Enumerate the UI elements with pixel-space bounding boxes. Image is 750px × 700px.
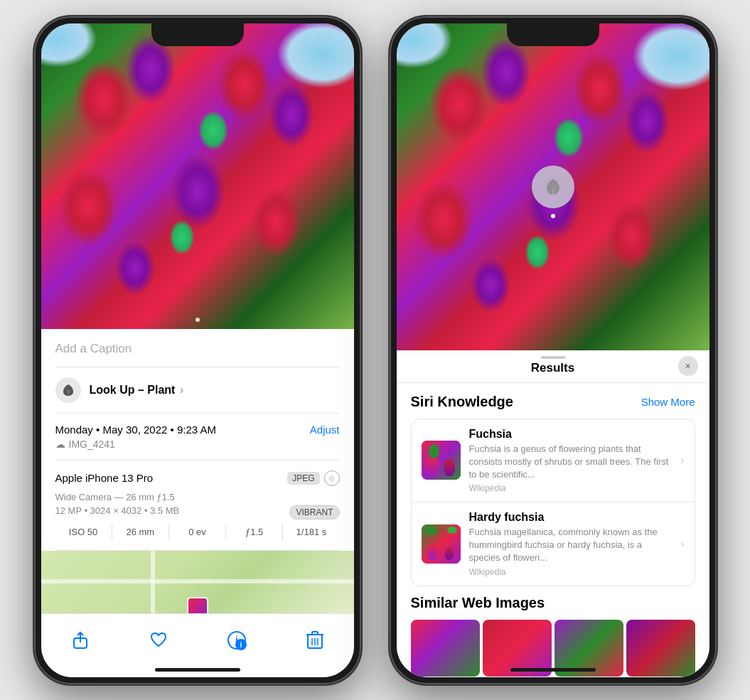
delete-button[interactable] <box>301 626 329 655</box>
fuchsia-text: Fuchsia Fuchsia is a genus of flowering … <box>469 428 673 494</box>
phones-container: Add a Caption Look Up – Plant › <box>20 2 731 699</box>
leaf-icon <box>61 383 75 397</box>
camera-model-row: Apple iPhone 13 Pro JPEG ◎ <box>55 470 340 486</box>
cloud-icon: ☁ <box>55 438 65 450</box>
fuchsia-description: Fuchsia is a genus of flowering plants t… <box>469 443 673 482</box>
leaf-badge-icon <box>542 176 564 198</box>
lookup-icon-circle <box>55 377 81 403</box>
meta-section: Monday • May 30, 2022 • 9:23 AM Adjust ☁… <box>55 414 340 461</box>
camera-section: Apple iPhone 13 Pro JPEG ◎ Wide Camera —… <box>55 461 340 551</box>
adjust-button[interactable]: Adjust <box>310 424 340 436</box>
format-badge: JPEG <box>287 472 319 485</box>
similar-title: Similar Web Images <box>411 595 695 611</box>
flowers-overlay <box>41 23 354 329</box>
trash-icon <box>306 631 323 650</box>
hardy-source: Wikipedia <box>469 567 673 577</box>
siri-knowledge-title: Siri Knowledge <box>411 394 513 410</box>
photo-background <box>41 23 354 329</box>
map-preview[interactable] <box>41 551 354 622</box>
meta-date-row: Monday • May 30, 2022 • 9:23 AM Adjust <box>55 424 340 436</box>
svg-text:i: i <box>240 641 242 649</box>
caption-area[interactable]: Add a Caption <box>55 329 340 367</box>
fuchsia-source: Wikipedia <box>469 483 673 493</box>
hardy-description: Fuchsia magellanica, commonly known as t… <box>469 526 673 565</box>
photo-date: Monday • May 30, 2022 • 9:23 AM <box>55 424 216 436</box>
camera-badges: JPEG ◎ <box>287 470 339 486</box>
caption-placeholder[interactable]: Add a Caption <box>55 342 132 355</box>
results-content: Siri Knowledge Show More <box>397 383 709 677</box>
knowledge-card: Fuchsia Fuchsia is a genus of flowering … <box>411 419 695 586</box>
info-icon: i i <box>227 630 247 650</box>
drag-handle[interactable] <box>540 356 565 359</box>
close-icon: × <box>685 360 690 372</box>
map-road-v <box>151 551 155 622</box>
similar-image-1[interactable] <box>411 620 480 677</box>
knowledge-item-fuchsia[interactable]: Fuchsia Fuchsia is a genus of flowering … <box>412 419 695 503</box>
info-panel: Add a Caption Look Up – Plant › <box>41 329 354 622</box>
results-header: Results × <box>397 350 709 383</box>
phone-1-screen: Add a Caption Look Up – Plant › <box>41 23 354 677</box>
lookup-row[interactable]: Look Up – Plant › <box>55 367 340 414</box>
close-button[interactable]: × <box>678 356 698 376</box>
specs-row: 12 MP • 3024 × 4032 • 3.5 MB VIBRANT <box>55 505 340 519</box>
info-button[interactable]: i i <box>223 626 251 655</box>
exif-focal: 26 mm <box>112 524 169 540</box>
svg-rect-10 <box>312 632 318 635</box>
phone-1: Add a Caption Look Up – Plant › <box>34 16 361 684</box>
lens-detail: Wide Camera — 26 mm ƒ1.5 <box>55 492 340 502</box>
exif-ev: 0 ev <box>169 524 226 540</box>
fuchsia-thumbnail <box>422 441 461 480</box>
hardy-thumbnail <box>422 524 461 564</box>
filter-badge: VIBRANT <box>289 505 339 519</box>
notch <box>151 23 244 46</box>
photo-display[interactable] <box>41 23 354 329</box>
page-indicator-dot <box>195 318 200 322</box>
share-button[interactable] <box>66 626 95 655</box>
show-more-button[interactable]: Show More <box>641 396 695 408</box>
similar-image-4[interactable] <box>626 620 695 677</box>
share-icon <box>71 631 90 650</box>
favorite-button[interactable] <box>144 626 173 655</box>
hardy-chevron-icon: › <box>680 537 684 550</box>
specs-text: 12 MP • 3024 × 4032 • 3.5 MB <box>55 505 180 516</box>
similar-section: Similar Web Images <box>411 595 695 677</box>
knowledge-item-hardy[interactable]: Hardy fuchsia Fuchsia magellanica, commo… <box>412 502 695 586</box>
heart-icon <box>149 631 168 650</box>
lookup-label[interactable]: Look Up – Plant › <box>90 384 184 397</box>
fuchsia-chevron-icon: › <box>680 454 684 467</box>
results-sheet: Results × Siri Knowledge Show More <box>397 350 709 677</box>
phone-2-screen: Results × Siri Knowledge Show More <box>397 23 709 677</box>
phone-2: Results × Siri Knowledge Show More <box>390 16 717 684</box>
notch-2 <box>507 23 599 46</box>
photo-display-2[interactable] <box>397 23 709 350</box>
exif-iso: ISO 50 <box>55 524 112 540</box>
home-indicator-2 <box>510 668 596 672</box>
filename-text: IMG_4241 <box>69 438 115 450</box>
location-icon: ◎ <box>324 470 340 486</box>
camera-model: Apple iPhone 13 Pro <box>55 472 154 484</box>
hardy-text: Hardy fuchsia Fuchsia magellanica, commo… <box>469 511 673 577</box>
map-road-h <box>41 579 354 583</box>
exif-row: ISO 50 26 mm 0 ev ƒ1.5 1/181 s <box>55 524 340 540</box>
fuchsia-name: Fuchsia <box>469 428 673 441</box>
results-title: Results <box>531 361 574 375</box>
siri-knowledge-header: Siri Knowledge Show More <box>411 394 695 410</box>
visual-lookup-button[interactable] <box>532 166 574 208</box>
exif-aperture: ƒ1.5 <box>226 524 283 540</box>
lookup-dot <box>551 214 555 218</box>
meta-filename: ☁ IMG_4241 <box>55 438 340 450</box>
hardy-name: Hardy fuchsia <box>469 511 673 524</box>
home-indicator <box>155 668 240 672</box>
exif-shutter: 1/181 s <box>283 524 339 540</box>
map-inner <box>41 551 354 622</box>
